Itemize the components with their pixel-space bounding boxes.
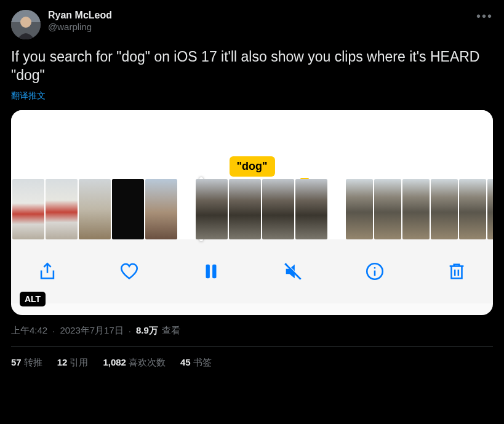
video-frame: [374, 179, 401, 239]
views-count[interactable]: 8.9万: [136, 325, 158, 337]
trash-icon[interactable]: [446, 261, 467, 282]
likes-stat[interactable]: 1,082喜欢次数: [103, 357, 166, 369]
video-frame: [459, 179, 486, 239]
video-frame: [46, 179, 78, 239]
heart-icon[interactable]: [119, 261, 140, 282]
user-info: Ryan McLeod @warpling: [48, 10, 469, 32]
tweet-date[interactable]: 2023年7月17日: [60, 325, 123, 337]
media-toolbar: [11, 239, 493, 303]
video-frame: [145, 179, 177, 239]
meta-row: 上午4:42 · 2023年7月17日 · 8.9万 查看: [11, 325, 493, 347]
search-tag-badge: "dog": [229, 156, 274, 177]
svg-point-8: [374, 267, 376, 269]
tweet-text: If you search for "dog" on iOS 17 it'll …: [11, 48, 493, 85]
retweets-stat[interactable]: 57转推: [11, 357, 42, 369]
bookmarks-stat[interactable]: 45书签: [180, 357, 212, 369]
media-card[interactable]: "dog": [11, 110, 493, 315]
tweet-time[interactable]: 上午4:42: [11, 325, 47, 337]
info-icon[interactable]: [364, 261, 385, 282]
video-frame: [262, 179, 294, 239]
video-frame: [79, 179, 111, 239]
more-icon[interactable]: •••: [476, 10, 493, 22]
video-frame: [431, 179, 458, 239]
translate-link[interactable]: 翻译推文: [11, 90, 46, 102]
avatar[interactable]: [11, 10, 41, 39]
tweet-container: Ryan McLeod @warpling ••• If you search …: [0, 0, 504, 378]
video-frame: [112, 179, 144, 239]
video-frame: [487, 179, 493, 239]
video-frame: [402, 179, 430, 239]
mute-icon[interactable]: [282, 261, 303, 282]
svg-point-2: [20, 17, 31, 28]
video-timeline[interactable]: [11, 179, 493, 239]
stats-row: 57转推 12引用 1,082喜欢次数 45书签: [11, 347, 493, 369]
svg-rect-3: [206, 264, 210, 278]
video-frame: [346, 179, 373, 239]
video-frame: [196, 179, 228, 239]
video-frame: [12, 179, 44, 239]
clip-group-2[interactable]: [196, 179, 327, 239]
quotes-stat[interactable]: 12引用: [57, 357, 89, 369]
clip-group-3[interactable]: [346, 179, 493, 239]
pause-icon[interactable]: [201, 261, 222, 282]
video-frame: [295, 179, 327, 239]
alt-badge[interactable]: ALT: [20, 292, 46, 306]
views-label: 查看: [162, 325, 180, 337]
display-name[interactable]: Ryan McLeod: [48, 10, 469, 21]
user-handle[interactable]: @warpling: [48, 22, 469, 32]
share-icon[interactable]: [37, 261, 58, 282]
clip-group-1[interactable]: [12, 179, 177, 239]
svg-rect-4: [212, 264, 216, 278]
video-frame: [229, 179, 261, 239]
media-header-area: "dog": [11, 110, 493, 179]
tweet-header: Ryan McLeod @warpling •••: [11, 10, 493, 39]
